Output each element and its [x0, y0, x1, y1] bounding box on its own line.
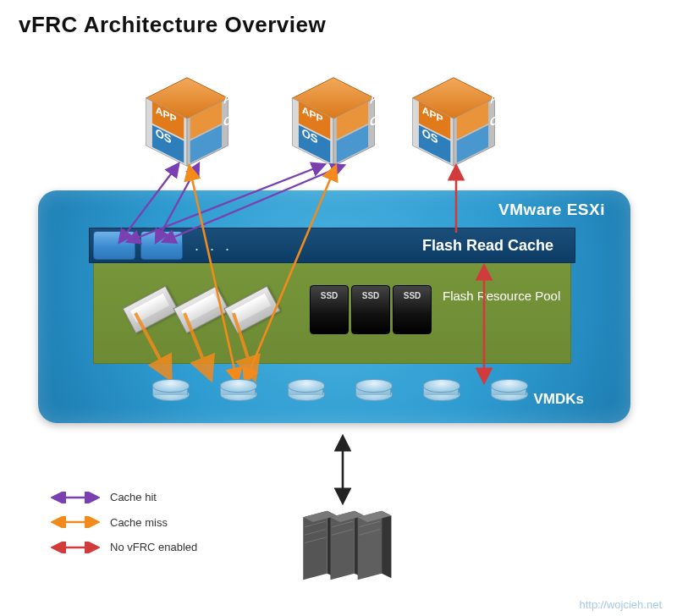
cache-ellipsis: . . . [195, 237, 233, 255]
svg-text:APP: APP [223, 84, 234, 107]
legend-cache-miss: Cache miss [51, 516, 197, 530]
flash-device-icon [173, 285, 229, 333]
flash-device-icon [122, 285, 179, 333]
legend-arrow-orange [51, 516, 100, 528]
vm-cube-2: APP APP OS OS [286, 74, 381, 169]
legend-arrow-red [51, 542, 100, 553]
legend-label: Cache hit [110, 491, 157, 504]
watermark: http://wojcieh.net [579, 598, 662, 611]
vm-cube-3: APP APP OS OS [406, 74, 501, 169]
ssd-icon: SSD [393, 285, 432, 334]
legend: Cache hit Cache miss No vFRC enabled [51, 491, 197, 566]
page-title: vFRC Architecture Overview [19, 12, 326, 38]
svg-text:APP: APP [370, 84, 381, 107]
vmdks-label: VMDKs [533, 391, 584, 408]
ssd-group: SSD SSD SSD [310, 285, 432, 334]
vmdk-icon [220, 379, 256, 404]
vmdk-row [152, 379, 526, 404]
flash-pool-label: Flash Resource Pool [443, 289, 561, 305]
vmdk-icon [355, 379, 391, 404]
legend-cache-hit: Cache hit [51, 491, 197, 504]
legend-no-vfrc: No vFRC enabled [51, 541, 197, 554]
svg-text:APP: APP [490, 84, 501, 107]
legend-label: Cache miss [110, 516, 168, 530]
vm-cube-1: APP APP OS OS [140, 74, 234, 169]
esxi-label: VMware ESXi [498, 201, 605, 219]
cache-block [93, 231, 135, 260]
vmdk-icon [152, 379, 188, 404]
cache-block [140, 231, 183, 260]
flash-device-icon [223, 285, 280, 333]
esxi-container: VMware ESXi . . . Flash Read Cache SSD S… [38, 190, 630, 423]
legend-arrow-purple [51, 492, 100, 503]
vmdk-icon [423, 379, 459, 404]
vmdk-icon [491, 379, 526, 404]
storage-server-icon [296, 508, 394, 584]
vmdk-icon [288, 379, 323, 404]
ssd-icon: SSD [351, 285, 390, 334]
legend-label: No vFRC enabled [110, 541, 197, 554]
svg-marker-52 [382, 511, 391, 579]
flash-read-cache-bar: . . . Flash Read Cache [89, 228, 575, 263]
ssd-icon: SSD [310, 285, 349, 334]
flash-pool-area: . . . Flash Read Cache SSD SSD SSD Flash… [93, 228, 571, 364]
cache-label: Flash Read Cache [422, 237, 553, 255]
